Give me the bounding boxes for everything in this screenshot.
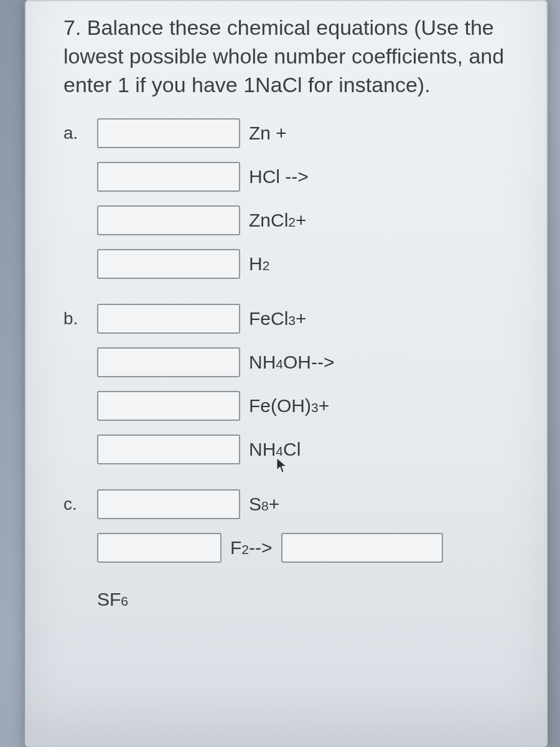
- coef-b-feoh3[interactable]: [97, 391, 240, 421]
- chem-nh4oh: NH4OH-->: [249, 352, 335, 373]
- chem-f2: F2 -->: [230, 537, 273, 558]
- row-a-4: H2: [63, 249, 528, 279]
- row-c-2: F2 -->: [63, 533, 528, 563]
- chem-hcl: HCl -->: [249, 166, 309, 187]
- coef-a-zn[interactable]: [97, 118, 240, 148]
- chem-nh4cl: NH4Cl: [249, 439, 301, 460]
- chem-sf6: SF6: [97, 589, 128, 610]
- row-b-2: NH4OH-->: [63, 347, 528, 377]
- row-b-3: Fe(OH)3 +: [63, 391, 528, 421]
- coef-b-nh4cl[interactable]: [97, 435, 240, 464]
- chem-zn: Zn +: [249, 123, 287, 144]
- chem-s8: S8 +: [249, 494, 279, 515]
- chem-zncl2: ZnCl2 +: [249, 210, 307, 231]
- row-c-final: SF6: [97, 589, 528, 610]
- coef-a-zncl2[interactable]: [97, 205, 240, 235]
- question-panel: 7. Balance these chemical equations (Use…: [25, 0, 548, 747]
- coef-b-nh4oh[interactable]: [97, 347, 240, 377]
- coef-a-h2[interactable]: [97, 249, 240, 279]
- chem-fecl3: FeCl3 +: [249, 308, 307, 329]
- coef-c-s8[interactable]: [97, 489, 240, 519]
- part-label-a: a.: [63, 123, 88, 143]
- chem-feoh3: Fe(OH)3 +: [249, 395, 329, 416]
- cursor-icon: [276, 458, 289, 475]
- part-label-b: b.: [63, 309, 88, 329]
- equation-rows: a. Zn + HCl --> ZnCl2 +: [63, 118, 528, 610]
- question-text: 7. Balance these chemical equations (Use…: [63, 14, 528, 100]
- question-number: 7.: [63, 16, 81, 39]
- coef-c-f2[interactable]: [97, 533, 222, 563]
- coef-a-hcl[interactable]: [97, 162, 240, 192]
- row-a-3: ZnCl2 +: [63, 205, 528, 235]
- row-c-1: c. S8 +: [63, 489, 528, 519]
- chem-h2: H2: [249, 253, 269, 275]
- coef-b-fecl3[interactable]: [97, 304, 240, 334]
- row-b-4: NH4Cl: [63, 435, 528, 464]
- part-label-c: c.: [63, 494, 88, 514]
- question-body: Balance these chemical equations (Use th…: [63, 16, 504, 96]
- row-b-1: b. FeCl3 +: [63, 304, 528, 334]
- row-a-1: a. Zn +: [63, 118, 528, 148]
- row-a-2: HCl -->: [63, 162, 528, 192]
- coef-c-sf6[interactable]: [281, 533, 443, 563]
